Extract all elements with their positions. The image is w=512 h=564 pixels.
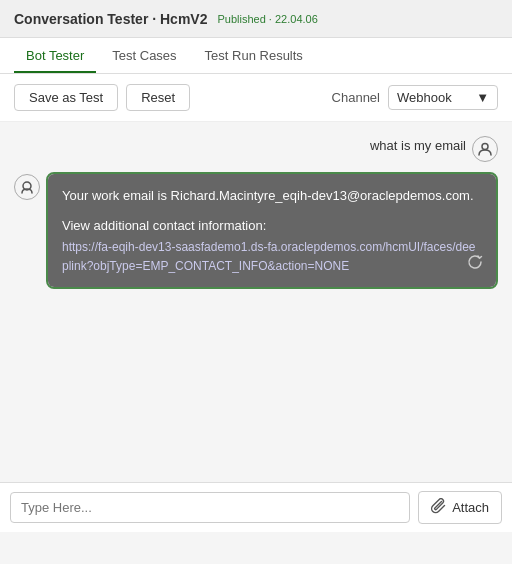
bot-message-url: https://fa-eqih-dev13-saasfademo1.ds-fa.…	[62, 238, 482, 275]
chat-input[interactable]	[10, 492, 410, 523]
bot-message-line1: Your work email is Richard.Macintyre_eqi…	[62, 186, 482, 206]
attach-button[interactable]: Attach	[418, 491, 502, 524]
user-avatar	[472, 136, 498, 162]
channel-dropdown[interactable]: Webhook ▼	[388, 85, 498, 110]
app-title: Conversation Tester · HcmV2	[14, 11, 207, 27]
input-area: Attach	[0, 482, 512, 532]
tab-bar: Bot Tester Test Cases Test Run Results	[0, 38, 512, 74]
save-as-test-button[interactable]: Save as Test	[14, 84, 118, 111]
bot-avatar	[14, 174, 40, 200]
toolbar: Save as Test Reset Channel Webhook ▼	[0, 74, 512, 122]
attach-label: Attach	[452, 500, 489, 515]
user-message-text: what is my email	[370, 136, 466, 153]
publish-badge: Published · 22.04.06	[217, 13, 317, 25]
chevron-down-icon: ▼	[476, 90, 489, 105]
refresh-icon[interactable]	[466, 253, 484, 277]
svg-point-0	[482, 144, 488, 150]
bot-message-bubble: Your work email is Richard.Macintyre_eqi…	[46, 172, 498, 289]
bot-message-line2: View additional contact information:	[62, 216, 482, 236]
reset-button[interactable]: Reset	[126, 84, 190, 111]
app-header: Conversation Tester · HcmV2 Published · …	[0, 0, 512, 38]
attach-icon	[431, 498, 447, 517]
user-message-row: what is my email	[14, 136, 498, 162]
chat-area: what is my email Your work email is Rich…	[0, 122, 512, 482]
tab-bot-tester[interactable]: Bot Tester	[14, 40, 96, 73]
bot-message-row: Your work email is Richard.Macintyre_eqi…	[14, 172, 498, 289]
tab-test-run-results[interactable]: Test Run Results	[193, 40, 315, 73]
tab-test-cases[interactable]: Test Cases	[100, 40, 188, 73]
channel-value: Webhook	[397, 90, 452, 105]
channel-label: Channel	[332, 90, 380, 105]
